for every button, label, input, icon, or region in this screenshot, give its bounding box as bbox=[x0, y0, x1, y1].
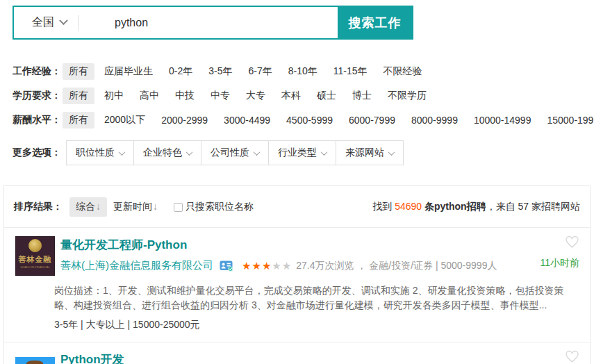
sort-update-time-button[interactable]: 更新时间↓ bbox=[107, 197, 164, 217]
filter-option[interactable]: 2000-2999 bbox=[155, 113, 214, 128]
summary-keyword: 条python招聘 bbox=[422, 201, 486, 212]
chevron-down-icon bbox=[186, 149, 193, 156]
sort-button-label: 综合 bbox=[76, 201, 95, 212]
filter-option[interactable]: 3-5年 bbox=[202, 63, 238, 80]
company-link[interactable]: 善林(上海)金融信息服务有限公司 bbox=[60, 259, 213, 272]
more-options-label: 更多选项： bbox=[13, 147, 61, 159]
filter-row-experience: 工作经验： 所有 应届毕业生 0-2年 3-5年 6-7年 8-10年 11-1… bbox=[13, 63, 594, 80]
filter-option[interactable]: 初中 bbox=[98, 88, 130, 104]
sort-label: 排序结果： bbox=[14, 201, 63, 213]
avatar-image bbox=[15, 357, 55, 364]
dropdown-company-feature[interactable]: 企业特色 bbox=[133, 140, 201, 165]
filter-option[interactable]: 6000-7999 bbox=[343, 113, 402, 128]
job-head: 善林金融 SHAN LIN FINANCIAL 量化开发工程师-Python 善… bbox=[15, 236, 579, 276]
filter-panel: 工作经验： 所有 应届毕业生 0-2年 3-5年 6-7年 8-10年 11-1… bbox=[0, 40, 594, 165]
dropdown-job-type[interactable]: 职位性质 bbox=[66, 140, 134, 165]
arrow-down-icon: ↓ bbox=[153, 201, 158, 212]
filter-label: 工作经验： bbox=[13, 65, 61, 78]
filter-option[interactable]: 博士 bbox=[346, 88, 378, 104]
location-label: 全国 bbox=[32, 15, 54, 30]
favorite-heart-icon[interactable] bbox=[565, 235, 579, 249]
filter-option[interactable]: 4500-5999 bbox=[280, 113, 339, 128]
sort-bar: 排序结果： 综合↓ 更新时间↓ 只搜索职位名称 找到 54690 条python… bbox=[4, 186, 590, 228]
filter-option[interactable]: 所有 bbox=[63, 88, 94, 104]
filter-row-education: 学历要求： 所有 初中 高中 中技 中专 大专 本科 硕士 博士 不限学历 bbox=[13, 88, 594, 104]
filter-option[interactable]: 所有 bbox=[63, 63, 94, 80]
results-panel: 排序结果： 综合↓ 更新时间↓ 只搜索职位名称 找到 54690 条python… bbox=[3, 185, 591, 364]
job-description: 岗位描述：1、开发、测试和维护量化交易平台，完成交易策略的开发、调试和实施 2、… bbox=[54, 283, 579, 313]
chevron-down-icon bbox=[321, 149, 328, 156]
job-info: Python开发 深圳市藤讯科技有限公司 bbox=[60, 351, 368, 364]
job-title-link[interactable]: Python开发 bbox=[60, 351, 368, 364]
chevron-down-icon bbox=[59, 16, 68, 25]
filter-option[interactable]: 11-15年 bbox=[327, 63, 374, 80]
job-card[interactable]: Python开发 深圳市藤讯科技有限公司 bbox=[4, 342, 590, 364]
filter-option[interactable]: 大专 bbox=[240, 88, 272, 104]
dropdown-source-site[interactable]: 来源网站 bbox=[336, 140, 404, 165]
job-title-link[interactable]: 量化开发工程师-Python bbox=[60, 237, 497, 253]
coin-icon bbox=[28, 239, 42, 252]
search-box: 全国 搜索工作 bbox=[13, 6, 413, 40]
filter-option[interactable]: 所有 bbox=[63, 112, 94, 129]
chevron-down-icon bbox=[119, 149, 126, 156]
location-select[interactable]: 全国 bbox=[14, 7, 78, 38]
search-button[interactable]: 搜索工作 bbox=[338, 7, 412, 38]
sort-button-label: 更新时间 bbox=[113, 201, 152, 212]
dropdown-label: 公司性质 bbox=[211, 147, 249, 159]
filter-option[interactable]: 不限经验 bbox=[377, 63, 429, 80]
filter-option[interactable]: 3000-4499 bbox=[217, 113, 277, 128]
filter-option[interactable]: 不限学历 bbox=[381, 88, 433, 104]
dropdown-label: 企业特色 bbox=[143, 147, 182, 159]
job-head: Python开发 深圳市藤讯科技有限公司 bbox=[15, 351, 579, 364]
checkbox-icon[interactable] bbox=[174, 203, 183, 212]
chevron-down-icon bbox=[254, 149, 261, 156]
dropdown-label: 职位性质 bbox=[76, 147, 115, 159]
views-industry-text: 27.4万次浏览 ， 金融/投资/证券 | 5000-9999人 bbox=[296, 260, 497, 272]
search-input[interactable] bbox=[79, 7, 338, 38]
verified-id-badge-icon bbox=[220, 260, 233, 272]
job-info: 量化开发工程师-Python 善林(上海)金融信息服务有限公司 bbox=[60, 236, 497, 276]
filter-option[interactable]: 硕士 bbox=[311, 88, 343, 104]
company-line: 善林(上海)金融信息服务有限公司 ★★★★★ 27.4 bbox=[60, 259, 497, 272]
title-only-checkbox-wrap[interactable]: 只搜索职位名称 bbox=[174, 201, 254, 213]
filter-label: 学历要求： bbox=[13, 90, 61, 102]
stars-empty: ★★ bbox=[272, 260, 292, 272]
filter-row-salary: 薪酬水平： 所有 2000以下 2000-2999 3000-4499 4500… bbox=[13, 112, 594, 129]
filter-option[interactable]: 8-10年 bbox=[282, 63, 324, 80]
filter-option[interactable]: 应届毕业生 bbox=[98, 63, 159, 80]
dropdown-label: 行业类型 bbox=[278, 147, 317, 159]
summary-separator: ，来自 bbox=[486, 201, 518, 212]
summary-prefix: 找到 bbox=[372, 201, 395, 212]
company-logo bbox=[15, 351, 55, 364]
chevron-down-icon bbox=[388, 149, 395, 156]
filter-option[interactable]: 本科 bbox=[275, 88, 307, 104]
filter-option[interactable]: 中专 bbox=[204, 88, 236, 104]
result-count: 54690 bbox=[395, 201, 422, 212]
post-time: 11小时前 bbox=[540, 257, 579, 270]
company-logo: 善林金融 SHAN LIN FINANCIAL bbox=[15, 236, 55, 276]
filter-option[interactable]: 15000-19999 bbox=[541, 113, 594, 128]
dropdown-company-type[interactable]: 公司性质 bbox=[201, 140, 269, 165]
sort-comprehensive-button[interactable]: 综合↓ bbox=[69, 197, 107, 217]
dropdown-label: 来源网站 bbox=[345, 147, 384, 159]
filter-option[interactable]: 2000以下 bbox=[98, 112, 151, 129]
filter-option[interactable]: 中技 bbox=[169, 88, 201, 104]
dropdown-industry[interactable]: 行业类型 bbox=[268, 140, 336, 165]
site-count: 57 bbox=[518, 201, 529, 212]
avatar-hair bbox=[26, 361, 43, 364]
stars-filled: ★★★ bbox=[242, 260, 272, 272]
filter-option[interactable]: 6-7年 bbox=[242, 63, 278, 80]
favorite-heart-icon[interactable] bbox=[565, 350, 579, 363]
logo-text: 善林金融 bbox=[19, 254, 52, 265]
filter-option[interactable]: 高中 bbox=[133, 88, 165, 104]
job-requirements: 3-5年 | 大专以上 | 15000-25000元 bbox=[54, 319, 579, 331]
summary-suffix: 家招聘网站 bbox=[529, 201, 580, 212]
filter-option[interactable]: 8000-9999 bbox=[405, 113, 464, 128]
star-rating: ★★★★★ bbox=[242, 260, 292, 271]
filter-option[interactable]: 0-2年 bbox=[163, 63, 199, 80]
search-section: 全国 搜索工作 bbox=[0, 0, 594, 40]
filter-option[interactable]: 10000-14999 bbox=[468, 113, 538, 128]
job-card[interactable]: 善林金融 SHAN LIN FINANCIAL 量化开发工程师-Python 善… bbox=[4, 228, 590, 342]
result-summary: 找到 54690 条python招聘，来自 57 家招聘网站 bbox=[372, 201, 580, 213]
more-options-row: 更多选项： 职位性质 企业特色 公司性质 行业类型 来源网站 bbox=[13, 140, 594, 165]
